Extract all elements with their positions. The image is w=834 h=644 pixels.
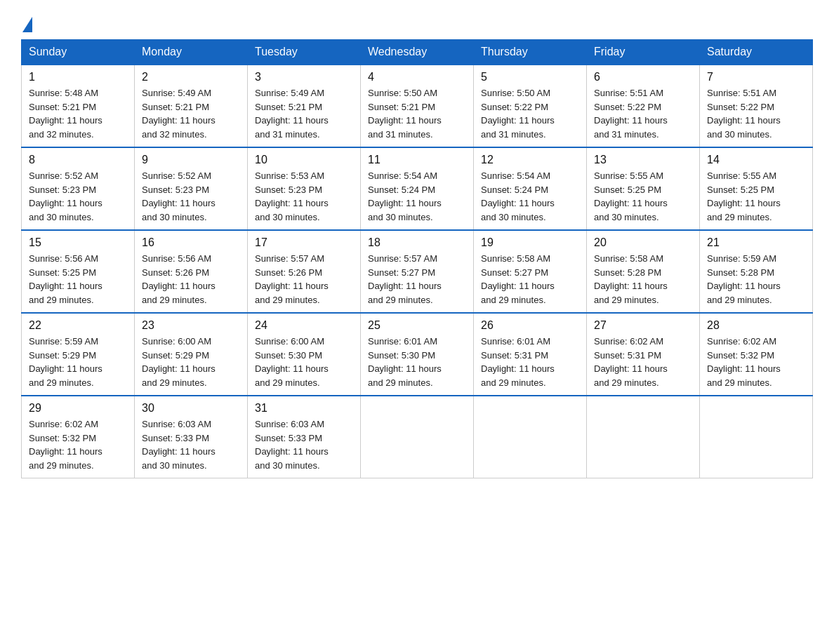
- day-number: 11: [368, 154, 466, 166]
- day-number: 8: [29, 154, 127, 166]
- day-number: 22: [29, 319, 127, 332]
- day-cell: 23Sunrise: 6:00 AMSunset: 5:29 PMDayligh…: [135, 313, 248, 396]
- day-info: Sunrise: 5:55 AMSunset: 5:25 PMDaylight:…: [707, 169, 805, 224]
- day-cell: 4Sunrise: 5:50 AMSunset: 5:21 PMDaylight…: [361, 65, 474, 147]
- week-row-3: 15Sunrise: 5:56 AMSunset: 5:25 PMDayligh…: [22, 230, 813, 313]
- day-info: Sunrise: 5:50 AMSunset: 5:22 PMDaylight:…: [481, 86, 579, 141]
- day-cell: 20Sunrise: 5:58 AMSunset: 5:28 PMDayligh…: [587, 230, 700, 313]
- day-cell: 25Sunrise: 6:01 AMSunset: 5:30 PMDayligh…: [361, 313, 474, 396]
- week-row-2: 8Sunrise: 5:52 AMSunset: 5:23 PMDaylight…: [22, 147, 813, 230]
- day-info: Sunrise: 6:02 AMSunset: 5:31 PMDaylight:…: [594, 335, 692, 389]
- day-number: 18: [368, 236, 466, 249]
- day-number: 4: [368, 71, 466, 83]
- day-info: Sunrise: 5:50 AMSunset: 5:21 PMDaylight:…: [368, 86, 466, 141]
- day-cell: 19Sunrise: 5:58 AMSunset: 5:27 PMDayligh…: [474, 230, 587, 313]
- day-cell: 21Sunrise: 5:59 AMSunset: 5:28 PMDayligh…: [700, 230, 813, 313]
- day-info: Sunrise: 5:56 AMSunset: 5:26 PMDaylight:…: [142, 252, 240, 307]
- day-info: Sunrise: 5:52 AMSunset: 5:23 PMDaylight:…: [29, 169, 127, 224]
- day-cell: 16Sunrise: 5:56 AMSunset: 5:26 PMDayligh…: [135, 230, 248, 313]
- weekday-header-monday: Monday: [135, 40, 248, 65]
- day-info: Sunrise: 5:57 AMSunset: 5:27 PMDaylight:…: [368, 252, 466, 307]
- week-row-4: 22Sunrise: 5:59 AMSunset: 5:29 PMDayligh…: [22, 313, 813, 396]
- day-cell: 7Sunrise: 5:51 AMSunset: 5:22 PMDaylight…: [700, 65, 813, 147]
- day-cell: 17Sunrise: 5:57 AMSunset: 5:26 PMDayligh…: [248, 230, 361, 313]
- day-number: 13: [594, 154, 692, 166]
- weekday-header-row: SundayMondayTuesdayWednesdayThursdayFrid…: [22, 40, 813, 65]
- day-cell: 14Sunrise: 5:55 AMSunset: 5:25 PMDayligh…: [700, 147, 813, 230]
- day-number: 5: [481, 71, 579, 83]
- day-cell: 24Sunrise: 6:00 AMSunset: 5:30 PMDayligh…: [248, 313, 361, 396]
- day-number: 29: [29, 402, 127, 415]
- day-info: Sunrise: 6:01 AMSunset: 5:31 PMDaylight:…: [481, 335, 579, 389]
- day-info: Sunrise: 5:52 AMSunset: 5:23 PMDaylight:…: [142, 169, 240, 224]
- day-number: 15: [29, 236, 127, 249]
- day-info: Sunrise: 5:51 AMSunset: 5:22 PMDaylight:…: [707, 86, 805, 141]
- day-info: Sunrise: 5:59 AMSunset: 5:29 PMDaylight:…: [29, 335, 127, 389]
- day-cell: 8Sunrise: 5:52 AMSunset: 5:23 PMDaylight…: [22, 147, 135, 230]
- day-number: 2: [142, 71, 240, 83]
- day-cell: [587, 396, 700, 478]
- day-info: Sunrise: 6:01 AMSunset: 5:30 PMDaylight:…: [368, 335, 466, 389]
- day-info: Sunrise: 6:03 AMSunset: 5:33 PMDaylight:…: [142, 417, 240, 472]
- day-cell: 3Sunrise: 5:49 AMSunset: 5:21 PMDaylight…: [248, 65, 361, 147]
- day-cell: 12Sunrise: 5:54 AMSunset: 5:24 PMDayligh…: [474, 147, 587, 230]
- page-header: [21, 14, 813, 32]
- day-info: Sunrise: 6:02 AMSunset: 5:32 PMDaylight:…: [707, 335, 805, 389]
- day-cell: 5Sunrise: 5:50 AMSunset: 5:22 PMDaylight…: [474, 65, 587, 147]
- day-cell: 10Sunrise: 5:53 AMSunset: 5:23 PMDayligh…: [248, 147, 361, 230]
- day-cell: 26Sunrise: 6:01 AMSunset: 5:31 PMDayligh…: [474, 313, 587, 396]
- day-number: 9: [142, 154, 240, 166]
- day-cell: 1Sunrise: 5:48 AMSunset: 5:21 PMDaylight…: [22, 65, 135, 147]
- day-number: 1: [29, 71, 127, 83]
- day-cell: 13Sunrise: 5:55 AMSunset: 5:25 PMDayligh…: [587, 147, 700, 230]
- day-cell: [361, 396, 474, 478]
- logo-triangle-icon: [22, 17, 32, 32]
- day-number: 17: [255, 236, 353, 249]
- day-info: Sunrise: 5:55 AMSunset: 5:25 PMDaylight:…: [594, 169, 692, 224]
- calendar-table: SundayMondayTuesdayWednesdayThursdayFrid…: [21, 39, 813, 478]
- day-cell: 30Sunrise: 6:03 AMSunset: 5:33 PMDayligh…: [135, 396, 248, 478]
- day-cell: 6Sunrise: 5:51 AMSunset: 5:22 PMDaylight…: [587, 65, 700, 147]
- day-number: 19: [481, 236, 579, 249]
- day-info: Sunrise: 6:02 AMSunset: 5:32 PMDaylight:…: [29, 417, 127, 472]
- day-info: Sunrise: 5:49 AMSunset: 5:21 PMDaylight:…: [255, 86, 353, 141]
- day-cell: 29Sunrise: 6:02 AMSunset: 5:32 PMDayligh…: [22, 396, 135, 478]
- day-info: Sunrise: 5:51 AMSunset: 5:22 PMDaylight:…: [594, 86, 692, 141]
- day-number: 24: [255, 319, 353, 332]
- day-cell: 2Sunrise: 5:49 AMSunset: 5:21 PMDaylight…: [135, 65, 248, 147]
- day-info: Sunrise: 5:59 AMSunset: 5:28 PMDaylight:…: [707, 252, 805, 307]
- day-info: Sunrise: 5:56 AMSunset: 5:25 PMDaylight:…: [29, 252, 127, 307]
- day-info: Sunrise: 5:54 AMSunset: 5:24 PMDaylight:…: [481, 169, 579, 224]
- day-cell: 28Sunrise: 6:02 AMSunset: 5:32 PMDayligh…: [700, 313, 813, 396]
- day-info: Sunrise: 5:54 AMSunset: 5:24 PMDaylight:…: [368, 169, 466, 224]
- day-info: Sunrise: 5:53 AMSunset: 5:23 PMDaylight:…: [255, 169, 353, 224]
- day-number: 16: [142, 236, 240, 249]
- week-row-5: 29Sunrise: 6:02 AMSunset: 5:32 PMDayligh…: [22, 396, 813, 478]
- weekday-header-tuesday: Tuesday: [248, 40, 361, 65]
- day-number: 20: [594, 236, 692, 249]
- day-info: Sunrise: 6:03 AMSunset: 5:33 PMDaylight:…: [255, 417, 353, 472]
- day-number: 12: [481, 154, 579, 166]
- day-number: 25: [368, 319, 466, 332]
- day-cell: 11Sunrise: 5:54 AMSunset: 5:24 PMDayligh…: [361, 147, 474, 230]
- day-number: 27: [594, 319, 692, 332]
- weekday-header-sunday: Sunday: [22, 40, 135, 65]
- day-number: 26: [481, 319, 579, 332]
- day-cell: [474, 396, 587, 478]
- day-number: 21: [707, 236, 805, 249]
- day-cell: 31Sunrise: 6:03 AMSunset: 5:33 PMDayligh…: [248, 396, 361, 478]
- day-number: 30: [142, 402, 240, 415]
- day-cell: 9Sunrise: 5:52 AMSunset: 5:23 PMDaylight…: [135, 147, 248, 230]
- day-number: 31: [255, 402, 353, 415]
- day-cell: 18Sunrise: 5:57 AMSunset: 5:27 PMDayligh…: [361, 230, 474, 313]
- day-cell: 22Sunrise: 5:59 AMSunset: 5:29 PMDayligh…: [22, 313, 135, 396]
- weekday-header-wednesday: Wednesday: [361, 40, 474, 65]
- day-cell: [700, 396, 813, 478]
- day-info: Sunrise: 5:49 AMSunset: 5:21 PMDaylight:…: [142, 86, 240, 141]
- week-row-1: 1Sunrise: 5:48 AMSunset: 5:21 PMDaylight…: [22, 65, 813, 147]
- day-info: Sunrise: 5:48 AMSunset: 5:21 PMDaylight:…: [29, 86, 127, 141]
- day-info: Sunrise: 5:58 AMSunset: 5:27 PMDaylight:…: [481, 252, 579, 307]
- weekday-header-saturday: Saturday: [700, 40, 813, 65]
- day-info: Sunrise: 5:57 AMSunset: 5:26 PMDaylight:…: [255, 252, 353, 307]
- day-cell: 27Sunrise: 6:02 AMSunset: 5:31 PMDayligh…: [587, 313, 700, 396]
